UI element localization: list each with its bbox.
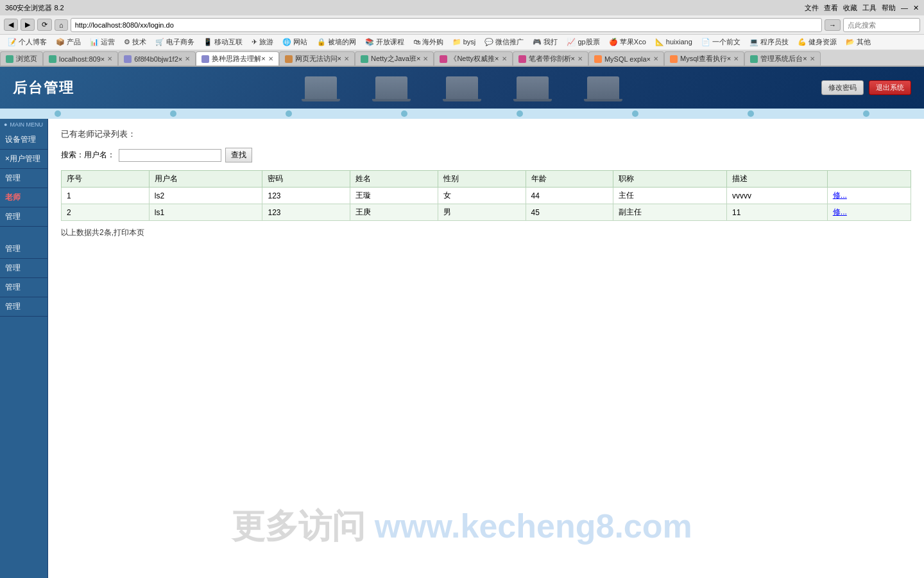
scroll-dot-4 — [401, 110, 407, 117]
col-header-name: 姓名 — [350, 171, 438, 188]
title-bar-close[interactable]: ✕ — [913, 4, 919, 12]
title-bar-minimize[interactable]: — — [901, 4, 908, 12]
cell-id: 1 — [62, 188, 150, 204]
sidebar-item-user[interactable]: ×用户管理 — [0, 150, 47, 169]
cell-action[interactable]: 修... — [827, 188, 911, 204]
bookmark-stock[interactable]: 📈 gp股票 — [563, 37, 603, 48]
bookmark-huixiang[interactable]: 📐 huixiang — [651, 37, 696, 47]
footer-text: 以上数据共2条,打印本页 — [61, 227, 911, 238]
data-table: 序号 用户名 密码 姓名 性别 年龄 职称 描述 1 ls2 123 — [61, 170, 911, 221]
bookmark-tech[interactable]: ⚙ 技术 — [120, 37, 150, 48]
cell-id: 2 — [62, 204, 150, 221]
title-bar-files[interactable]: 文件 — [805, 3, 819, 13]
sidebar: ● MAIN MENU 设备管理 ×用户管理 管理 老师 管理 管理 管理 管理… — [0, 119, 48, 578]
logout-button[interactable]: 退出系统 — [869, 80, 911, 95]
search-button[interactable]: 查找 — [225, 148, 252, 162]
bookmark-ops[interactable]: 📊 运营 — [86, 37, 119, 48]
bookmark-web[interactable]: 🌐 网站 — [278, 37, 311, 48]
title-bar-tools[interactable]: 工具 — [862, 3, 877, 13]
bookmark-woda[interactable]: 🎮 我打 — [529, 37, 561, 48]
bookmark-mobile[interactable]: 📱 移动互联 — [200, 37, 246, 48]
header-decorations — [0, 67, 924, 109]
main-content: 已有老师记录列表： 搜索：用户名： 查找 序号 用户名 密码 姓名 性别 年龄 … — [48, 119, 924, 578]
title-bar-view[interactable]: 查看 — [824, 3, 838, 13]
cell-title: 副主任 — [613, 204, 727, 221]
bookmark-gfw[interactable]: 🔒 被墙的网 — [313, 37, 360, 48]
refresh-button[interactable]: ⟳ — [37, 19, 52, 31]
tabs-bar: 浏览页 localhost:809×✕ 6f8f4b0bjw1f2×✕ 换种思路… — [0, 50, 924, 67]
edit-link[interactable]: 修... — [833, 191, 847, 200]
bookmark-travel[interactable]: ✈ 旅游 — [248, 37, 277, 48]
col-header-age: 年龄 — [526, 171, 613, 188]
col-header-desc: 描述 — [727, 171, 828, 188]
tab-browse[interactable]: 浏览页 — [0, 51, 43, 66]
col-header-action — [827, 171, 911, 188]
bookmark-apple[interactable]: 🍎 苹果Xco — [605, 37, 650, 48]
sidebar-item-device[interactable]: 设备管理 — [0, 130, 47, 150]
tab-netty3[interactable]: 笔者带你剖析×✕ — [513, 51, 588, 66]
bookmark-other[interactable]: 📂 其他 — [842, 37, 875, 48]
tab-6f8f[interactable]: 6f8f4b0bjw1f2×✕ — [118, 51, 196, 66]
sidebar-item-manage6[interactable]: 管理 — [0, 297, 47, 317]
col-header-password: 密码 — [262, 171, 350, 188]
header-laptop-4 — [517, 76, 549, 99]
go-button[interactable]: → — [825, 19, 841, 31]
header-laptop-3 — [446, 76, 478, 99]
bookmark-programmer[interactable]: 💻 程序员技 — [746, 37, 792, 48]
tab-mysql1[interactable]: MySQL expla×✕ — [588, 51, 664, 66]
scroll-dot-5 — [517, 110, 523, 117]
search-bar[interactable] — [843, 18, 920, 32]
back-button[interactable]: ◀ — [4, 19, 18, 31]
bookmark-overseas[interactable]: 🛍 海外购 — [409, 37, 447, 48]
site-title: 后台管理 — [13, 78, 74, 98]
forward-button[interactable]: ▶ — [21, 19, 35, 31]
scroll-dot-3 — [286, 110, 292, 117]
scroll-dot-1 — [55, 110, 61, 117]
tab-localhost[interactable]: localhost:809×✕ — [43, 51, 118, 66]
table-row: 2 ls1 123 王庚 男 45 副主任 11 修... — [62, 204, 911, 221]
header-scroll-row — [0, 109, 924, 119]
sidebar-item-manage5[interactable]: 管理 — [0, 278, 47, 297]
sidebar-item-manage4[interactable]: 管理 — [0, 259, 47, 278]
col-header-gender: 性别 — [438, 171, 526, 188]
nav-bar: ◀ ▶ ⟳ ⌂ → — [0, 15, 924, 35]
scroll-dot-8 — [863, 110, 869, 117]
table-row: 1 ls2 123 王璇 女 44 主任 vvvvv 修... — [62, 188, 911, 204]
sidebar-item-manage3[interactable]: 管理 — [0, 240, 47, 259]
bookmark-bysj[interactable]: 📁 bysj — [449, 37, 480, 47]
page-container: ● MAIN MENU 设备管理 ×用户管理 管理 老师 管理 管理 管理 管理… — [0, 119, 924, 578]
tab-wangye[interactable]: 网页无法访问×✕ — [279, 51, 355, 66]
cell-title: 主任 — [613, 188, 727, 204]
content-area: 已有老师记录列表： 搜索：用户名： 查找 序号 用户名 密码 姓名 性别 年龄 … — [48, 119, 924, 248]
bookmark-product[interactable]: 📦 产品 — [52, 37, 85, 48]
section-title: 已有老师记录列表： — [61, 128, 911, 140]
cell-action[interactable]: 修... — [827, 204, 911, 221]
title-bar-right: 文件 查看 收藏 工具 帮助 — ✕ — [805, 3, 919, 13]
tab-huanzhong[interactable]: 换种思路去理解×✕ — [196, 51, 278, 66]
edit-link[interactable]: 修... — [833, 207, 847, 216]
bookmark-fitness[interactable]: 💪 健身资源 — [794, 37, 841, 48]
tab-mysql2[interactable]: Mysql查看执行×✕ — [664, 51, 744, 66]
bookmark-wechat[interactable]: 💬 微信推广 — [481, 37, 527, 48]
tab-admin[interactable]: 管理系统后台×✕ — [744, 51, 820, 66]
address-bar[interactable] — [71, 18, 822, 32]
tab-netty1[interactable]: Netty之Java班×✕ — [355, 51, 434, 66]
bookmark-opencourse[interactable]: 📚 开放课程 — [361, 37, 408, 48]
bookmark-article[interactable]: 📄 一个前文 — [697, 37, 744, 48]
site-header: 后台管理 修改密码 退出系统 — [0, 67, 924, 109]
sidebar-item-manage1[interactable]: 管理 — [0, 169, 47, 188]
change-password-button[interactable]: 修改密码 — [821, 80, 864, 95]
title-bar-favorites[interactable]: 收藏 — [843, 3, 857, 13]
search-input[interactable] — [119, 149, 221, 162]
col-header-username: 用户名 — [149, 171, 262, 188]
title-bar-help[interactable]: 帮助 — [882, 3, 896, 13]
sidebar-divider — [0, 227, 47, 240]
home-button[interactable]: ⌂ — [55, 19, 68, 31]
browser-title: 360安全浏览器 8.2 — [5, 3, 64, 13]
tab-netty2[interactable]: 《Netty权威推×✕ — [434, 51, 512, 66]
sidebar-item-teacher[interactable]: 老师 — [0, 188, 47, 207]
bookmark-ecom[interactable]: 🛒 电子商务 — [151, 37, 198, 48]
col-header-id: 序号 — [62, 171, 150, 188]
bookmark-blog[interactable]: 📝 个人博客 — [4, 37, 51, 48]
sidebar-item-manage2[interactable]: 管理 — [0, 207, 47, 227]
